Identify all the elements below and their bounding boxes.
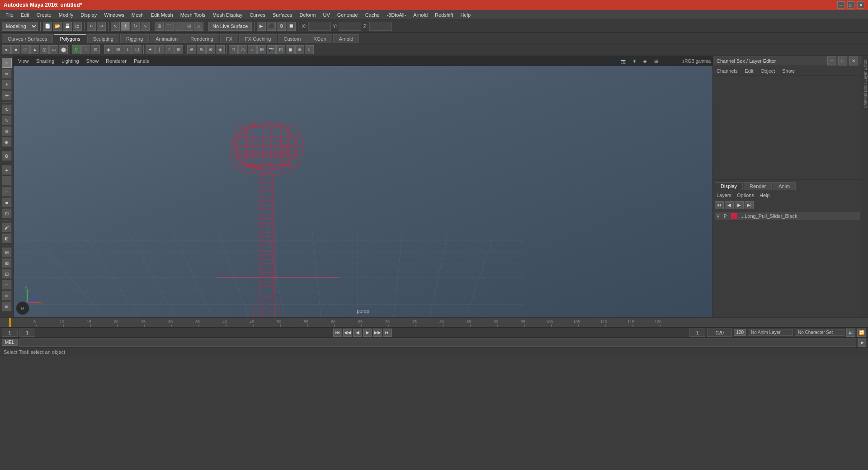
menu-cache[interactable]: Cache <box>362 11 383 19</box>
move-tool-button[interactable]: ✛ <box>121 22 130 31</box>
no-character-set-dropdown[interactable]: No Character Set <box>795 329 844 336</box>
snap-geo-button[interactable]: △ <box>194 22 203 31</box>
disk-button[interactable]: ⬤ <box>59 45 68 54</box>
boolean-button[interactable]: ⊗ <box>206 45 215 54</box>
paint-weights-btn[interactable]: 🖌 <box>2 222 12 232</box>
menu-mesh-tools[interactable]: Mesh Tools <box>177 11 209 19</box>
tab-rendering[interactable]: Rendering <box>184 34 219 43</box>
separate-button[interactable]: ⊖ <box>197 45 206 54</box>
uv-contour-button[interactable]: ⊡ <box>276 45 285 54</box>
bridge-button[interactable]: ⌇ <box>81 45 90 54</box>
menu-mesh[interactable]: Mesh <box>128 11 147 19</box>
extra-btn6[interactable]: ≡ <box>2 301 12 311</box>
merge-button[interactable]: ⬡ <box>132 45 142 54</box>
vt-display-btn[interactable]: ◈ <box>641 56 650 66</box>
smooth-button[interactable]: ◈ <box>216 45 225 54</box>
vertex-mode-btn[interactable]: · <box>2 176 12 186</box>
mode-dropdown[interactable]: Modeling <box>2 22 38 31</box>
frame-current-field[interactable] <box>19 329 35 337</box>
timeline[interactable]: 1 5 10 15 20 25 30 35 40 45 50 <box>0 317 868 327</box>
sculpt-btn[interactable]: ◐ <box>2 233 12 243</box>
menu-edit-mesh[interactable]: Edit Mesh <box>147 11 177 19</box>
tab-display[interactable]: Display <box>715 182 743 190</box>
coord-z-field[interactable] <box>369 22 392 31</box>
insert-edge-loop-button[interactable]: | <box>155 45 164 54</box>
cb-nav-edit[interactable]: Edit <box>743 67 755 75</box>
cb-collapse-btn[interactable]: ─ <box>827 56 836 66</box>
uv-unfold-button[interactable]: ⌗ <box>305 45 314 54</box>
universal-tool-left[interactable]: ⊕ <box>2 126 12 136</box>
channel-box-vertical-label[interactable]: Channel Box / Layer Editor <box>862 58 868 110</box>
cube-button[interactable]: ■ <box>11 45 20 54</box>
vt-grid-btn[interactable]: ⊞ <box>651 56 660 66</box>
scale-tool-left[interactable]: ⤡ <box>2 115 12 125</box>
redo-button[interactable]: ↪ <box>97 22 106 31</box>
playback-speed-indicator[interactable]: 120 <box>734 329 746 336</box>
mel-label[interactable]: MEL <box>2 339 18 346</box>
bo-layers[interactable]: Layers <box>717 193 731 198</box>
prev-frame-btn-right[interactable]: ◀ <box>725 201 734 209</box>
vt-panels[interactable]: Panels <box>131 58 152 64</box>
lasso-select-tool[interactable]: ⌖ <box>2 80 12 89</box>
new-file-button[interactable]: 📄 <box>43 22 52 31</box>
no-anim-layer-dropdown[interactable]: No Anim Layer <box>748 329 793 336</box>
mel-input[interactable] <box>19 338 856 347</box>
extrude-button[interactable]: ⬡ <box>72 45 81 54</box>
extra-btn5[interactable]: ≡ <box>2 291 12 301</box>
render-button[interactable]: ▶ <box>257 22 266 31</box>
vt-camera-btn[interactable]: 📷 <box>619 56 628 66</box>
layer-vis-label[interactable]: V <box>717 214 722 219</box>
step-forward-btn[interactable]: ▶▶ <box>373 329 382 337</box>
tab-render[interactable]: Render <box>744 182 772 190</box>
bevel-button[interactable]: ◈ <box>104 45 113 54</box>
edge-mode-btn[interactable]: ─ <box>2 187 12 197</box>
save-file-button[interactable]: 💾 <box>63 22 72 31</box>
coord-x-field[interactable] <box>308 22 331 31</box>
vt-lighting-btn[interactable]: ☀ <box>630 56 639 66</box>
menu-curves[interactable]: Curves <box>246 11 269 19</box>
move-tool-left[interactable]: ✛ <box>2 90 12 100</box>
uv-planar-button[interactable]: □ <box>229 45 238 54</box>
cone-button[interactable]: ▲ <box>30 45 39 54</box>
tab-arnold[interactable]: Arnold <box>333 34 359 43</box>
tab-anim[interactable]: Anim <box>773 182 796 190</box>
tab-animation[interactable]: Animation <box>150 34 184 43</box>
render-region-button[interactable]: 🔲 <box>287 22 296 31</box>
tab-curves-surfaces[interactable]: Curves / Surfaces <box>2 34 53 43</box>
menu-display[interactable]: Display <box>77 11 100 19</box>
bo-options[interactable]: Options <box>737 193 754 198</box>
menu-3dtall[interactable]: -3DtoAll- <box>383 11 410 19</box>
cb-expand-btn[interactable]: □ <box>838 56 847 66</box>
ipr-button[interactable]: ⬛ <box>267 22 276 31</box>
menu-mesh-display[interactable]: Mesh Display <box>209 11 246 19</box>
tab-polygons[interactable]: Polygons <box>54 34 86 43</box>
viewport[interactable]: View Shading Lighting Show Renderer Pane… <box>14 56 712 317</box>
uv-normalize-button[interactable]: ≡ <box>295 45 304 54</box>
menu-generate[interactable]: Generate <box>334 11 362 19</box>
fill-hole-button[interactable]: ⊡ <box>91 45 100 54</box>
layer-playback-label[interactable]: P <box>724 214 729 219</box>
vt-show[interactable]: Show <box>84 58 102 64</box>
menu-modify[interactable]: Modify <box>55 11 77 19</box>
no-live-surface-button[interactable]: No Live Surface <box>208 22 252 31</box>
plane-button[interactable]: ▭ <box>49 45 58 54</box>
face-mode-btn[interactable]: ■ <box>2 197 12 207</box>
menu-deform[interactable]: Deform <box>296 11 319 19</box>
tab-sculpting[interactable]: Sculpting <box>87 34 119 43</box>
snap-curve-button[interactable]: ⌒ <box>165 22 174 31</box>
vt-view[interactable]: View <box>15 58 32 64</box>
menu-redshift[interactable]: Redshift <box>431 11 457 19</box>
soft-mod-tool[interactable]: ◉ <box>2 137 12 147</box>
paint-select-tool[interactable]: ✏ <box>2 69 12 79</box>
snap-grid-button[interactable]: ⊞ <box>155 22 164 31</box>
rotate-tool-button[interactable]: ↻ <box>131 22 140 31</box>
uv-best-plane-button[interactable]: ◼ <box>286 45 295 54</box>
cb-nav-object[interactable]: Object <box>759 67 777 75</box>
add-divisions-button[interactable]: ⊞ <box>174 45 183 54</box>
tab-rigging[interactable]: Rigging <box>120 34 149 43</box>
select-tool-button[interactable]: ↖ <box>111 22 120 31</box>
step-back-btn[interactable]: ◀◀ <box>343 329 352 337</box>
loop-btn[interactable]: 🔁 <box>857 329 866 337</box>
extra-btn3[interactable]: ⊡ <box>2 269 12 279</box>
save-scene-button[interactable]: 🗂 <box>73 22 82 31</box>
